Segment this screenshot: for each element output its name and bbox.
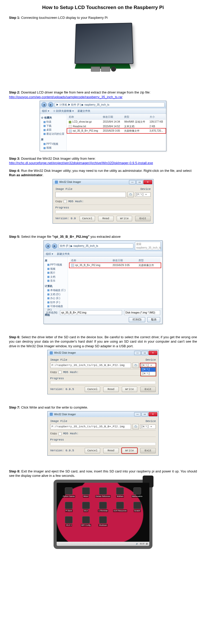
- write-button-highlighted[interactable]: Write: [122, 448, 137, 453]
- desktop-icon-sh[interactable]: Shutdown: [95, 515, 111, 528]
- desktop-icon-mt[interactable]: Mathematica: [129, 486, 145, 499]
- image-file-input[interactable]: F:/raspberry_35_inch_ts/rpi_35_B_B+_PI2.…: [50, 363, 131, 368]
- col-name[interactable]: 名称: [67, 114, 101, 120]
- max-icon[interactable]: ▭: [141, 351, 148, 355]
- tb-newfolder[interactable]: 新建文件夹: [78, 109, 90, 112]
- md5-checkbox[interactable]: [64, 200, 67, 203]
- sb-item[interactable]: 办公 (E:): [45, 296, 67, 300]
- desktop-icon-oc[interactable]: OCR Resources: [112, 500, 128, 514]
- col-size[interactable]: 大小: [148, 114, 166, 120]
- col-name[interactable]: 名称: [70, 258, 111, 263]
- sb-item[interactable]: 桌面: [41, 128, 65, 132]
- sb-item[interactable]: 文档: [45, 275, 67, 279]
- back-icon[interactable]: ◄: [41, 102, 47, 107]
- cancel-button[interactable]: Cancel: [80, 216, 95, 221]
- step-3-link[interactable]: http://nchc.dl.sourceforge.net/project/w…: [9, 161, 153, 165]
- fwd-icon[interactable]: ►: [48, 102, 53, 107]
- desktop-icon-tx[interactable]: LXTerminal: [95, 500, 111, 514]
- exit-button[interactable]: Exit: [140, 387, 156, 392]
- sb-item[interactable]: 视频: [41, 146, 65, 150]
- sb-item[interactable]: 图片: [45, 271, 67, 275]
- desktop-icon-st[interactable]: Pi Store: [61, 500, 77, 514]
- max-icon[interactable]: ▭: [136, 180, 143, 184]
- filter-select[interactable]: Disk Images (*.img *.IMG): [124, 310, 160, 315]
- fwd-icon[interactable]: ►: [52, 243, 57, 249]
- open-button[interactable]: 打开(O): [129, 317, 145, 322]
- sb-item[interactable]: 下载: [41, 124, 65, 128]
- file-row-highlighted[interactable]: rpi_35_B_B+_PI2.img 2015/6/29 3:05光盘映像文件: [70, 263, 161, 268]
- step-2-link[interactable]: http://osoyoo.com/wp-content/uploads/sam…: [9, 95, 123, 99]
- write-button[interactable]: Write: [117, 216, 132, 221]
- search-input[interactable]: 搜索 raspberry_35_inch_ts: [135, 242, 161, 250]
- col-type[interactable]: 类型: [137, 258, 161, 263]
- sb-lib[interactable]: 库: [45, 259, 67, 262]
- device-select[interactable]: [H:\] ▾: [140, 425, 156, 429]
- tb-organize[interactable]: 组织 ▾: [42, 109, 49, 112]
- read-button[interactable]: Read: [103, 448, 119, 453]
- sb-item[interactable]: 快盘: [41, 120, 65, 124]
- tb-burn[interactable]: ☆ 刻录光盘映像 ▾: [53, 109, 74, 112]
- min-icon[interactable]: —: [134, 412, 141, 416]
- file-row-highlighted[interactable]: rpi_35_B_B+_PI2.img 2015/6/29 3:05光盘映像文件…: [67, 129, 166, 133]
- desktop-icon-sc[interactable]: Scratch: [129, 500, 145, 514]
- desktop-icon-py[interactable]: Python Games: [61, 486, 77, 499]
- cancel-button[interactable]: Cancel: [85, 448, 100, 453]
- cancel-button[interactable]: Cancel: [85, 387, 100, 392]
- device-select[interactable]: [F:\] ▾: [135, 192, 151, 197]
- desktop-icon-wc[interactable]: WiFi Config: [78, 515, 94, 528]
- sb-item[interactable]: PPTV视频: [41, 142, 65, 146]
- copy-btn[interactable]: Copy: [50, 370, 57, 374]
- filename-input[interactable]: rpi_35_B_B+_PI2.img: [60, 310, 122, 315]
- sb-item[interactable]: 软件 (F:): [45, 300, 67, 304]
- sb-item[interactable]: 最近访问的位置: [41, 132, 65, 136]
- close-icon[interactable]: ✕: [149, 412, 157, 416]
- image-file-input[interactable]: F:/raspberry_35_inch_ts/rpi_35_B_B+_PI2.…: [50, 424, 131, 429]
- md5-checkbox[interactable]: [58, 432, 62, 435]
- close-icon[interactable]: ✕: [149, 351, 157, 355]
- sb-item[interactable]: PPTV视频: [45, 263, 67, 267]
- back-icon[interactable]: ◄: [45, 243, 50, 249]
- device-select[interactable]: [H:\] ▾: [140, 363, 156, 368]
- desktop-icon-id[interactable]: IDLE: [78, 500, 94, 514]
- path-box[interactable]: 软件 (F:) ▶ raspberry_35_inch_ts: [59, 243, 133, 249]
- exit-button[interactable]: Exit: [135, 216, 151, 221]
- copy-btn[interactable]: Copy: [50, 432, 57, 436]
- sb-item[interactable]: 本地磁盘 (C:): [45, 288, 67, 292]
- device-option[interactable]: [H:\]: [141, 368, 156, 372]
- image-file-input[interactable]: [55, 192, 126, 197]
- copy-btn[interactable]: Copy: [55, 200, 62, 204]
- max-icon[interactable]: ▭: [141, 412, 148, 416]
- col-type[interactable]: 类型: [123, 114, 148, 120]
- desktop-icon-db[interactable]: Debian Reference: [95, 486, 111, 499]
- close-icon[interactable]: ✕: [143, 180, 152, 184]
- path-box[interactable]: ▶ 计算机 ▶ 软件 (F:) ▶ raspberry_35_inch_ts: [55, 102, 165, 107]
- desktop-icon-wf[interactable]: Wolfram: [112, 486, 128, 499]
- desktop-icon-id[interactable]: IDLE 3: [61, 515, 77, 528]
- cancel-button[interactable]: 取消: [147, 317, 160, 322]
- min-icon[interactable]: —: [134, 351, 141, 355]
- read-button[interactable]: Read: [103, 387, 119, 392]
- sb-fav[interactable]: ☆ 收藏夹: [41, 116, 65, 120]
- sb-item[interactable]: 视频: [45, 267, 67, 271]
- sb-lib[interactable]: 库: [41, 138, 65, 141]
- browse-icon[interactable]: 🗀: [127, 192, 134, 197]
- browse-icon[interactable]: 🗀: [133, 424, 139, 429]
- file-row[interactable]: LCD_show.tar.gz 2015/8/4 14:34WinRAR 压缩文…: [67, 120, 166, 124]
- write-button[interactable]: Write: [122, 387, 137, 392]
- tb-organize[interactable]: 组织 ▾: [46, 252, 53, 255]
- md5-checkbox[interactable]: [58, 371, 62, 374]
- sb-item[interactable]: 音乐: [45, 279, 67, 283]
- read-button[interactable]: Read: [98, 216, 114, 221]
- min-icon[interactable]: —: [129, 180, 136, 184]
- col-date[interactable]: 修改日期: [101, 114, 123, 120]
- exit-button[interactable]: Exit: [140, 448, 156, 453]
- sb-item[interactable]: 文档 (D:): [45, 292, 67, 296]
- tb-newfolder[interactable]: 新建文件夹: [57, 252, 70, 255]
- desktop-icon-md[interactable]: Midori: [78, 486, 94, 499]
- sb-pc[interactable]: 计算机: [45, 284, 67, 288]
- device-dropdown[interactable]: [H:\] [H:\]: [141, 367, 156, 376]
- col-date[interactable]: 修改日期: [111, 258, 137, 263]
- file-row[interactable]: Readme.txt 2015/8/4 14:52文本文档2 KB: [67, 124, 166, 129]
- device-option[interactable]: [H:\]: [141, 372, 156, 376]
- browse-icon[interactable]: 🗀: [133, 363, 139, 368]
